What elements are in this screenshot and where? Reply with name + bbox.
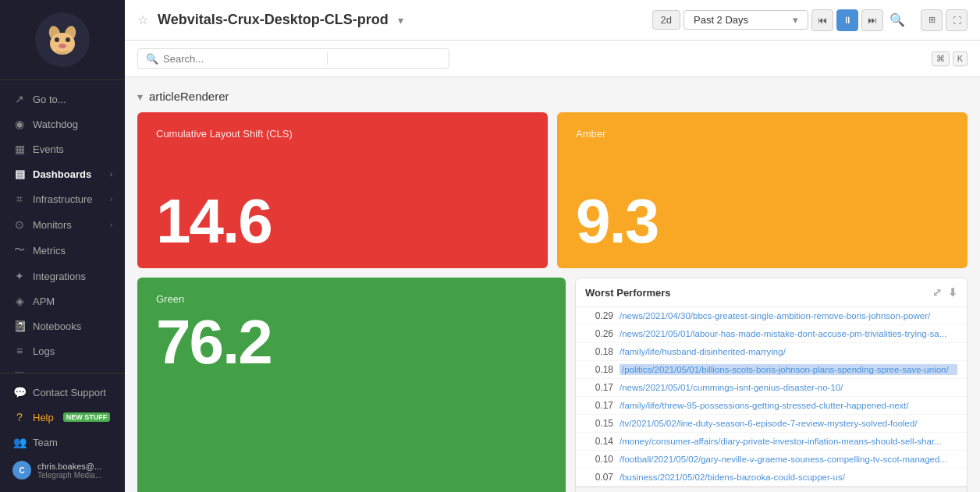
wp-row-4[interactable]: 0.17 /news/2021/05/01/cummings-isnt-geni…	[576, 379, 967, 397]
dashboards-icon: ▤	[12, 168, 27, 180]
apm-icon: ◈	[12, 295, 27, 307]
wp-path: /news/2021/05/01/labour-has-made-mistake…	[620, 329, 957, 338]
sidebar-item-watchdog[interactable]: ◉ Watchdog	[0, 111, 125, 136]
sidebar-item-events-label: Events	[33, 143, 64, 155]
time-period-button[interactable]: 2d	[652, 10, 680, 30]
wp-row-8[interactable]: 0.10 /football/2021/05/02/gary-neville-v…	[576, 451, 967, 469]
sidebar-item-watchdog-label: Watchdog	[33, 119, 78, 130]
wp-score: 0.18	[585, 364, 613, 375]
infrastructure-icon: ⌗	[12, 193, 27, 206]
sidebar-item-apm[interactable]: ◈ APM	[0, 288, 125, 313]
sidebar-nav: ↗ Go to... ◉ Watchdog ▦ Events ▤ Dashboa…	[0, 80, 125, 373]
wp-score: 0.15	[585, 418, 613, 429]
sidebar-item-events[interactable]: ▦ Events	[0, 136, 125, 161]
search-toggle-button[interactable]: 🔍	[889, 12, 905, 27]
sidebar-item-team[interactable]: 👥 Team	[0, 430, 125, 455]
main-content: ☆ Webvitals-Crux-Desktop-CLS-prod ▾ 2d P…	[125, 0, 980, 492]
sidebar-item-contact[interactable]: 💬 Contact Support	[0, 380, 125, 405]
rewind-button[interactable]: ⏮	[811, 9, 833, 31]
user-item[interactable]: C chris.boakes@... Telegraph Media...	[0, 455, 125, 486]
wp-path: /news/2021/05/01/cummings-isnt-genius-di…	[620, 383, 957, 392]
wp-row-1[interactable]: 0.26 /news/2021/05/01/labour-has-made-mi…	[576, 325, 967, 343]
logs-icon: ≡	[12, 345, 27, 357]
sidebar-item-integrations[interactable]: ✦ Integrations	[0, 264, 125, 288]
sidebar-item-help-label: Help	[33, 412, 54, 423]
expand-icon[interactable]: ⤢	[932, 286, 942, 299]
time-controls: 2d Past 2 Days ▾ ⏮ ⏸ ⏭ 🔍	[652, 9, 905, 31]
sidebar-item-notebooks[interactable]: 📓 Notebooks	[0, 313, 125, 338]
sidebar-item-notebooks-label: Notebooks	[33, 320, 81, 332]
sidebar-item-help[interactable]: ? Help NEW STUFF	[0, 405, 125, 430]
monitors-arrow: ›	[110, 221, 112, 229]
sidebar-item-integrations-label: Integrations	[33, 271, 86, 282]
amber-value: 9.3	[576, 190, 949, 253]
scroll-indicator	[576, 487, 967, 492]
time-range-selector[interactable]: Past 2 Days ▾	[684, 10, 808, 30]
fullscreen-button[interactable]: ⛶	[946, 9, 968, 31]
search-input-wrap[interactable]: 🔍	[137, 48, 449, 69]
sidebar-item-logs-label: Logs	[33, 345, 55, 357]
wp-score: 0.18	[585, 346, 613, 357]
wp-row-0[interactable]: 0.29 /news/2021/04/30/bbcs-greatest-sing…	[576, 307, 967, 325]
grid-view-button[interactable]: ⊞	[921, 9, 943, 31]
wp-path: /family/life/threw-95-possessions-gettin…	[620, 401, 957, 410]
infrastructure-arrow: ›	[110, 195, 112, 204]
worst-performers-panel: Worst Performers ⤢ ⬇ 0.29 /news/2021/04/…	[575, 278, 968, 492]
cls-label: Cumulative Layout Shift (CLS)	[156, 128, 529, 140]
pause-button[interactable]: ⏸	[836, 9, 858, 31]
sidebar-item-metrics[interactable]: 〜 Metrics	[0, 237, 125, 264]
kbd-k: K	[953, 51, 968, 66]
wp-score: 0.10	[585, 454, 613, 465]
user-org: Telegraph Media...	[37, 471, 101, 480]
star-button[interactable]: ☆	[137, 12, 148, 27]
sidebar-item-goto-label: Go to...	[33, 94, 66, 105]
green-tile: Green 76.2	[137, 278, 566, 492]
time-range-label: Past 2 Days	[694, 14, 748, 26]
dashboards-arrow: ›	[110, 170, 112, 179]
sidebar-item-logs[interactable]: ≡ Logs	[0, 338, 125, 363]
header-icons: ⤢ ⬇	[932, 286, 957, 299]
searchbar: 🔍 ⌘ K	[125, 41, 980, 77]
search-icon: 🔍	[146, 53, 158, 65]
sidebar-item-contact-label: Contact Support	[33, 387, 106, 398]
app-logo	[35, 12, 90, 67]
wp-row-2[interactable]: 0.18 /family/life/husband-disinherited-m…	[576, 343, 967, 361]
search-input[interactable]	[163, 53, 319, 65]
wp-score: 0.17	[585, 400, 613, 411]
sidebar-item-goto[interactable]: ↗ Go to...	[0, 87, 125, 111]
sidebar: ↗ Go to... ◉ Watchdog ▦ Events ▤ Dashboa…	[0, 0, 125, 492]
wp-score: 0.17	[585, 382, 613, 393]
wp-row-3[interactable]: 0.18 /politics/2021/05/01/billions-scots…	[576, 361, 967, 379]
wp-row-7[interactable]: 0.14 /money/consumer-affairs/diary-priva…	[576, 433, 967, 451]
help-icon: ?	[12, 411, 27, 423]
amber-label: Amber	[576, 128, 949, 140]
forward-button[interactable]: ⏭	[861, 9, 883, 31]
wp-row-6[interactable]: 0.15 /tv/2021/05/02/line-duty-season-6-e…	[576, 415, 967, 433]
chevron-down-icon[interactable]: ▾	[398, 14, 403, 27]
wp-path: /tv/2021/05/02/line-duty-season-6-episod…	[620, 419, 957, 428]
contact-icon: 💬	[12, 386, 27, 398]
download-icon[interactable]: ⬇	[948, 286, 957, 299]
sidebar-item-infrastructure[interactable]: ⌗ Infrastructure ›	[0, 186, 125, 212]
collapse-button[interactable]: ▾	[137, 90, 143, 103]
search-divider	[327, 52, 328, 65]
sidebar-item-dashboards[interactable]: ▤ Dashboards ›	[0, 161, 125, 186]
section-header: ▾ articleRenderer	[137, 90, 968, 103]
sidebar-item-team-label: Team	[33, 437, 58, 448]
topbar: ☆ Webvitals-Crux-Desktop-CLS-prod ▾ 2d P…	[125, 0, 980, 41]
time-range-arrow: ▾	[793, 14, 798, 26]
sidebar-item-monitors-label: Monitors	[33, 219, 72, 231]
sidebar-item-infrastructure-label: Infrastructure	[33, 193, 93, 205]
wp-row-5[interactable]: 0.17 /family/life/threw-95-possessions-g…	[576, 397, 967, 415]
worst-performers-header: Worst Performers ⤢ ⬇	[576, 278, 967, 307]
notebooks-icon: 📓	[12, 320, 27, 332]
sidebar-item-security[interactable]: 🛡 Security	[0, 363, 125, 373]
wp-row-9[interactable]: 0.07 /business/2021/05/02/bidens-bazooka…	[576, 469, 967, 487]
keyboard-shortcut: ⌘ K	[932, 51, 968, 66]
sidebar-item-monitors[interactable]: ⊙ Monitors ›	[0, 212, 125, 237]
display-options: ⊞ ⛶	[921, 9, 968, 31]
amber-tile: Amber 9.3	[557, 112, 968, 268]
security-icon: 🛡	[12, 370, 27, 373]
events-icon: ▦	[12, 143, 27, 155]
section-title: articleRenderer	[149, 90, 229, 103]
